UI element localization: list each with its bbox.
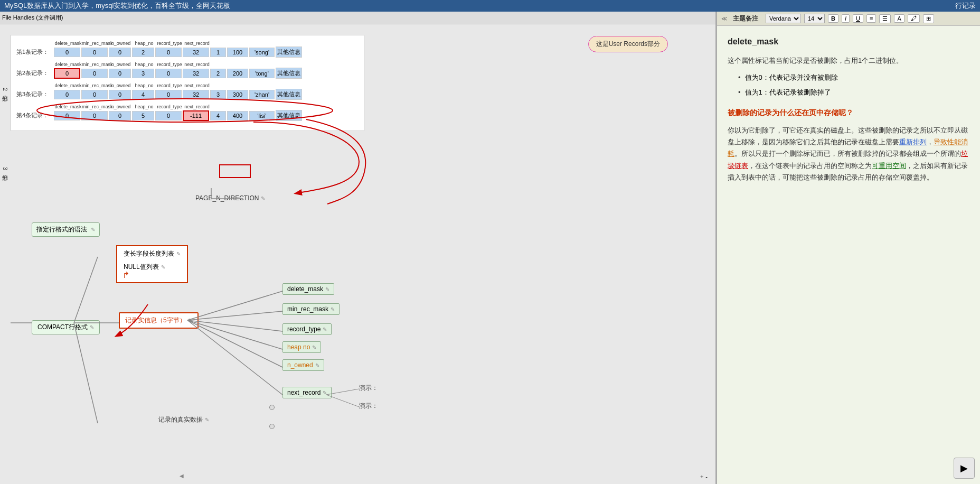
format-syntax-edit-icon[interactable]: ✎ — [91, 227, 95, 232]
demo-1-node: 演示： — [359, 384, 378, 393]
bold-button[interactable]: B — [828, 14, 838, 23]
main-container: File Handles (文件调用) 这是User Records部分 del… — [0, 12, 980, 484]
record-2-row: 第2条记录： 0 0 0 3 0 32 2 200 'tong' 其他信息 — [16, 68, 359, 79]
n-owned-node: n_owned ✎ — [282, 359, 324, 371]
left-panel: File Handles (文件调用) 这是User Records部分 del… — [0, 12, 716, 484]
heap-no-edit-icon[interactable]: ✎ — [312, 345, 316, 350]
real-data-node: 记录的真实数据 ✎ — [158, 415, 209, 424]
table-button[interactable]: ⊞ — [923, 14, 934, 23]
circle-indicator-2 — [269, 424, 275, 429]
italic-button[interactable]: I — [842, 14, 850, 23]
bullet-dot-2: • — [738, 87, 741, 98]
real-data-edit-icon[interactable]: ✎ — [205, 417, 209, 423]
records-area: delete_mask min_rec_mask n_owned heap_no… — [11, 35, 364, 131]
record-2-label: 第2条记录： — [16, 69, 53, 77]
min-rec-mask-edit-icon[interactable]: ✎ — [331, 306, 335, 312]
paragraph-2: 你以为它删除了，可它还在真实的磁盘上。这些被删除的记录之所以不立即从磁盘上移除，… — [728, 125, 969, 183]
next-record-node: next_record ✎ — [282, 387, 332, 398]
svg-line-5 — [74, 257, 98, 323]
highlight-button[interactable]: 🖍 — [908, 14, 920, 23]
highlight-rearrange: 重新排列 — [899, 138, 927, 146]
bullet-2: • 值为1：代表记录被删除掉了 — [738, 87, 969, 98]
record-1-label: 第1条记录： — [16, 48, 53, 56]
highlight-reusable-space: 可重用空间 — [872, 162, 906, 170]
right-panel: ≪ 主题备注 Verdana 14 B I U ≡ ☰ A 🖍 ⊞ delete… — [716, 12, 980, 484]
circle-indicator-1 — [269, 405, 275, 410]
left-label-3bu: 3部分 — [1, 167, 9, 170]
record-type-edit-icon[interactable]: ✎ — [323, 327, 327, 332]
record-real-info-edit-icon[interactable]: ✎ — [188, 318, 192, 323]
right-toolbar: ≪ 主题备注 Verdana 14 B I U ≡ ☰ A 🖍 ⊞ — [717, 12, 980, 26]
zoom-controls[interactable]: + - — [700, 473, 708, 480]
page-n-direction-edit-icon[interactable]: ✎ — [261, 196, 265, 201]
null-list-edit-icon[interactable]: ✎ — [161, 264, 165, 270]
record-real-info-node: 记录实信息（5字节） ✎ — [119, 312, 199, 329]
list-button[interactable]: ☰ — [879, 14, 891, 23]
svg-line-13 — [187, 320, 282, 395]
play-icon: ▶ — [960, 462, 968, 474]
format-syntax-node: 指定行格式的语法 ✎ — [32, 222, 100, 237]
record-3-label: 第3条记录： — [16, 90, 53, 98]
heap-no-node: heap no ✎ — [282, 341, 321, 353]
delete-mask-node: delete_mask ✎ — [282, 283, 334, 295]
svg-line-10 — [187, 320, 282, 331]
red-heading: 被删除的记录为什么还在页中存储呢？ — [728, 107, 969, 119]
next-record-edit-icon[interactable]: ✎ — [323, 390, 327, 396]
record-4-row: 第4条记录： 0 0 0 5 0 -111 4 400 'lisi' 其他信息 — [16, 110, 359, 121]
svg-line-12 — [187, 320, 282, 367]
delete-mask-edit-icon[interactable]: ✎ — [325, 286, 329, 292]
bullet-1: • 值为0：代表记录并没有被删除 — [738, 72, 969, 83]
user-records-bubble: 这是User Records部分 — [588, 36, 668, 52]
bottom-nav-hint: ◀ — [180, 473, 184, 479]
left-label-2bu: 2部分 — [1, 88, 9, 91]
font-size-select[interactable]: 14 — [804, 14, 825, 23]
svg-line-7 — [74, 323, 98, 423]
title-bar: MySQL数据库从入门到入学，mysql安装到优化，百科全节级，全网天花板 行记… — [0, 0, 980, 12]
min-rec-mask-node: min_rec_mask ✎ — [282, 303, 340, 315]
svg-line-11 — [187, 320, 282, 349]
record-4-label: 第4条记录： — [16, 111, 53, 119]
right-content: delete_mask 这个属性标记着当前记录是否被删除，占用1个二进制位。 •… — [717, 26, 980, 484]
compact-format-edit-icon[interactable]: ✎ — [90, 324, 94, 330]
var-len-edit-icon[interactable]: ✎ — [176, 251, 181, 257]
n-owned-edit-icon[interactable]: ✎ — [315, 362, 319, 368]
svg-line-8 — [187, 291, 282, 320]
title-text: MySQL数据库从入门到入学，mysql安装到优化，百科全节级，全网天花板 — [4, 1, 230, 11]
bullet-dot-1: • — [738, 72, 741, 83]
left-toolbar-text: File Handles (文件调用) — [2, 14, 63, 22]
font-color-button[interactable]: A — [894, 14, 904, 23]
var-len-box: 变长字段长度列表 ✎ NULL值列表 ✎ ↱ — [116, 245, 188, 283]
underline-button[interactable]: U — [853, 14, 863, 23]
compact-format-node: COMPACT行格式 ✎ — [32, 320, 100, 334]
svg-rect-3 — [220, 165, 250, 178]
mind-map-area[interactable]: 这是User Records部分 delete_mask min_rec_mas… — [0, 24, 715, 484]
font-family-select[interactable]: Verdana — [766, 14, 801, 23]
paragraph-1: 这个属性标记着当前记录是否被删除，占用1个二进制位。 — [728, 55, 969, 67]
video-button[interactable]: ▶ — [954, 458, 975, 479]
window-controls: 行记录 — [955, 1, 976, 11]
demo-2-node: 演示： — [359, 402, 378, 411]
svg-line-9 — [187, 311, 282, 320]
record-1-row: 第1条记录： 0 0 0 2 0 32 1 100 'song' 其他信息 — [16, 46, 359, 58]
record-3-row: 第3条记录： 0 0 0 4 0 32 3 300 'zhan' 其他信息 — [16, 89, 359, 100]
left-toolbar: File Handles (文件调用) — [0, 12, 715, 24]
align-left-button[interactable]: ≡ — [866, 14, 876, 23]
collapse-icon[interactable]: ≪ — [721, 15, 728, 22]
page-n-direction-node: PAGE_N_DIRECTION ✎ — [195, 194, 265, 202]
content-title: delete_mask — [728, 34, 969, 49]
record-type-node: record_type ✎ — [282, 323, 332, 335]
